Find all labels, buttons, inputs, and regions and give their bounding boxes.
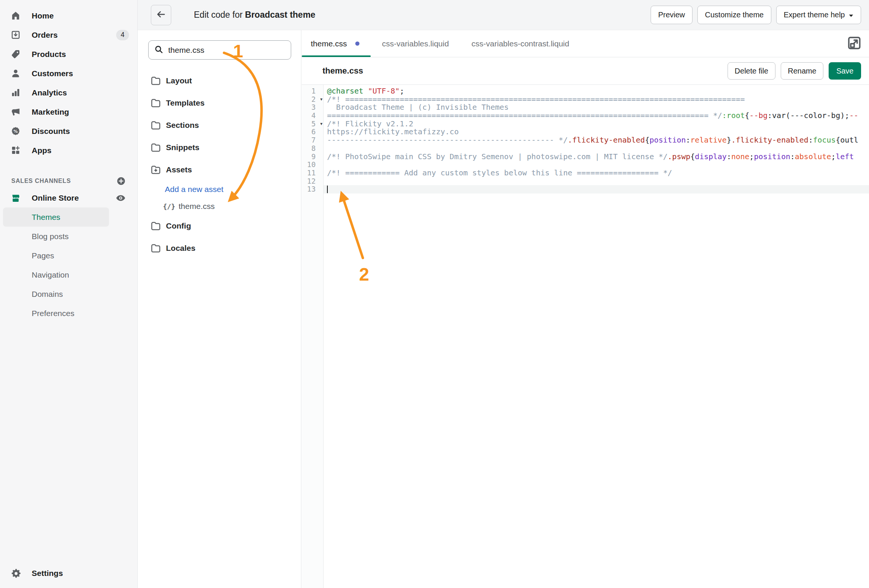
- header-actions: Preview Customize theme Expert theme hel…: [651, 6, 861, 24]
- page-header: Edit code for Broadcast theme Preview Cu…: [138, 0, 869, 30]
- preview-button[interactable]: Preview: [651, 6, 692, 24]
- fullscreen-button[interactable]: [846, 35, 863, 52]
- code-line-11[interactable]: /*! ============ Add any custom styles b…: [324, 169, 869, 177]
- tab-label: css-variables-contrast.liquid: [471, 39, 569, 48]
- gutter-line-6: 6: [302, 128, 323, 136]
- sidebar-item-themes[interactable]: Themes: [3, 207, 109, 227]
- folder-label: Sections: [166, 121, 199, 130]
- code-line-6[interactable]: https://flickity.metafizzy.co: [324, 128, 869, 136]
- sidebar-item-orders[interactable]: Orders 4: [0, 25, 137, 45]
- sidebar-item-online-store[interactable]: Online Store: [0, 189, 137, 207]
- sidebar-item-settings[interactable]: Settings: [0, 564, 137, 583]
- back-button[interactable]: [151, 5, 171, 25]
- tab-label: css-variables.liquid: [382, 39, 449, 48]
- code-line-7[interactable]: ----------------------------------------…: [324, 136, 869, 144]
- save-button[interactable]: Save: [829, 62, 861, 80]
- customize-theme-button[interactable]: Customize theme: [697, 6, 771, 24]
- code-line-12[interactable]: [324, 177, 869, 186]
- gutter-line-5[interactable]: 5▾: [302, 120, 323, 128]
- folder-templates[interactable]: Templates: [138, 92, 301, 114]
- sidebar-item-discounts[interactable]: % Discounts: [0, 121, 137, 141]
- storefront-icon: [11, 193, 22, 203]
- sidebar-item-marketing[interactable]: Marketing: [0, 102, 137, 121]
- code-editor: theme.css css-variables.liquid css-varia…: [302, 30, 869, 588]
- code-line-13[interactable]: [324, 185, 869, 193]
- sidebar-item-blog-posts[interactable]: Blog posts: [0, 227, 137, 246]
- folder-sections[interactable]: Sections: [138, 114, 301, 136]
- fold-arrow-icon[interactable]: ▾: [320, 95, 322, 104]
- sidebar-item-home[interactable]: Home: [0, 6, 137, 25]
- sidebar-item-label: Online Store: [32, 193, 79, 203]
- folder-locales[interactable]: Locales: [138, 237, 301, 259]
- delete-file-button[interactable]: Delete file: [728, 62, 775, 80]
- sidebar-item-products[interactable]: Products: [0, 45, 137, 64]
- file-search-box[interactable]: [148, 40, 291, 60]
- view-store-eye-icon[interactable]: [115, 193, 126, 203]
- search-input[interactable]: [168, 46, 286, 55]
- chevron-down-icon: [849, 11, 854, 19]
- code-line-3[interactable]: Broadcast Theme | (c) Invisible Themes: [324, 103, 869, 112]
- gutter-line-13: 13: [302, 185, 323, 193]
- folder-icon: [150, 97, 161, 109]
- sidebar-item-label: Customers: [32, 69, 73, 78]
- folder-layout[interactable]: Layout: [138, 69, 301, 92]
- gutter-line-4: 4: [302, 112, 323, 120]
- code-line-8[interactable]: [324, 144, 869, 153]
- gutter-line-7: 7: [302, 136, 323, 144]
- sidebar-item-pages[interactable]: Pages: [0, 246, 137, 265]
- gutter-line-12: 12: [302, 177, 323, 186]
- folder-icon: [150, 142, 161, 153]
- folder-assets[interactable]: Assets: [138, 158, 301, 181]
- code-line-4[interactable]: ========================================…: [324, 112, 869, 120]
- code-lines[interactable]: @charset "UTF-8";/*! ===================…: [324, 85, 869, 588]
- active-tab-underline: [302, 55, 371, 57]
- folder-config[interactable]: Config: [138, 215, 301, 237]
- tab-css-variables-contrast-liquid[interactable]: css-variables-contrast.liquid: [460, 30, 580, 57]
- add-sales-channel-button[interactable]: [116, 176, 126, 186]
- code-area[interactable]: 12▾345▾678910111213 @charset "UTF-8";/*!…: [302, 85, 869, 588]
- rename-button[interactable]: Rename: [781, 62, 824, 80]
- sidebar-item-preferences[interactable]: Preferences: [0, 304, 137, 323]
- sidebar-item-navigation[interactable]: Navigation: [0, 265, 137, 284]
- page-title-prefix: Edit code for: [194, 10, 245, 20]
- arrow-left-icon: [155, 9, 167, 21]
- search-icon: [154, 45, 164, 56]
- fold-arrow-icon[interactable]: ▾: [320, 120, 322, 128]
- sidebar-item-domains[interactable]: Domains: [0, 284, 137, 304]
- code-line-1[interactable]: @charset "UTF-8";: [324, 87, 869, 95]
- tab-css-variables-liquid[interactable]: css-variables.liquid: [371, 30, 460, 57]
- file-theme-css[interactable]: {/} theme.css: [138, 198, 301, 215]
- gutter-line-3: 3: [302, 103, 323, 112]
- code-line-9[interactable]: /*! PhotoSwipe main CSS by Dmitry Semeno…: [324, 153, 869, 161]
- folder-icon: [150, 220, 161, 232]
- add-new-asset-link[interactable]: Add a new asset: [138, 181, 301, 198]
- sidebar-item-customers[interactable]: Customers: [0, 64, 137, 83]
- sidebar-item-analytics[interactable]: Analytics: [0, 83, 137, 102]
- sidebar-item-apps[interactable]: Apps: [0, 141, 137, 160]
- folder-label: Config: [166, 221, 191, 230]
- sidebar-item-label: Navigation: [32, 270, 69, 279]
- gutter-line-2[interactable]: 2▾: [302, 95, 323, 104]
- megaphone-icon: [11, 107, 22, 117]
- sidebar-item-label: Apps: [32, 146, 52, 155]
- sidebar-item-label: Marketing: [32, 107, 69, 117]
- text-cursor: [327, 186, 328, 193]
- code-line-2[interactable]: /*! ====================================…: [324, 95, 869, 104]
- sidebar-item-label: Pages: [32, 251, 54, 260]
- sidebar-item-label: Discounts: [32, 127, 70, 136]
- editor-file-header: theme.css Delete file Rename Save: [302, 57, 869, 85]
- sidebar-item-label: Settings: [32, 569, 63, 578]
- folder-label: Assets: [166, 165, 192, 174]
- sales-channels-header: SALES CHANNELS: [0, 173, 137, 189]
- tab-theme-css[interactable]: theme.css: [302, 30, 371, 57]
- folder-snippets[interactable]: Snippets: [138, 136, 301, 158]
- gutter-line-1: 1: [302, 87, 323, 95]
- expert-theme-help-button[interactable]: Expert theme help: [776, 6, 861, 24]
- code-line-10[interactable]: [324, 161, 869, 169]
- code-line-5[interactable]: /*! Flickity v2.1.2: [324, 120, 869, 128]
- discount-badge-icon: %: [11, 126, 22, 136]
- folder-label: Locales: [166, 244, 195, 253]
- unsaved-changes-dot: [355, 41, 359, 46]
- shopify-code-editor-page: Home Orders 4 Products Customers: [0, 0, 869, 588]
- gutter: 12▾345▾678910111213: [302, 85, 324, 588]
